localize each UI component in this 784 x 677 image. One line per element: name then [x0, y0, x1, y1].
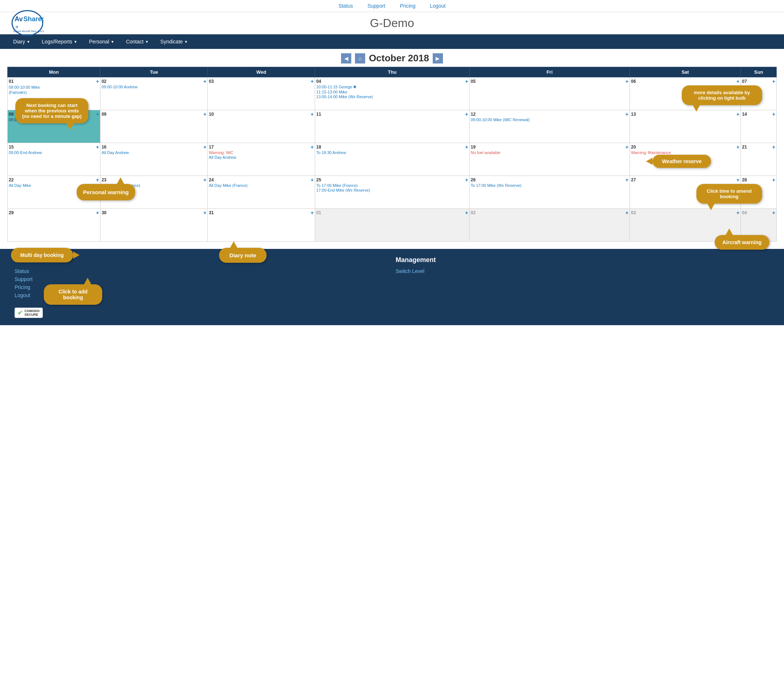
- comodo-text: COMODOSECURE: [25, 309, 40, 317]
- nav-pricing[interactable]: Pricing: [400, 3, 415, 9]
- day-nov-02: 02 +: [469, 209, 630, 242]
- warning-entry: Warning: IMC: [209, 151, 314, 155]
- nav-personal[interactable]: Personal ▼: [83, 34, 120, 49]
- footer-status-link[interactable]: Status: [15, 268, 389, 274]
- add-booking-btn[interactable]: +: [311, 210, 314, 216]
- booking-entry[interactable]: 09:00-10:00 Mike(Fairoaks): [9, 85, 99, 95]
- day-number: 02: [101, 79, 106, 84]
- svg-text:✈: ✈: [16, 25, 19, 29]
- nav-status[interactable]: Status: [339, 3, 353, 9]
- day-13: 13 +: [630, 110, 740, 143]
- booking-entry[interactable]: 13:00-14:00 Mike (Wx Reserve): [316, 95, 468, 99]
- logs-arrow: ▼: [74, 40, 78, 44]
- tooltip-booking-start: Next booking can start when the previous…: [16, 98, 89, 123]
- add-booking-btn[interactable]: +: [96, 177, 99, 183]
- add-booking-btn[interactable]: +: [737, 111, 739, 117]
- add-booking-btn[interactable]: +: [96, 210, 99, 216]
- add-booking-btn[interactable]: +: [96, 111, 99, 117]
- home-button[interactable]: ⌂: [355, 53, 365, 64]
- add-booking-btn[interactable]: +: [465, 78, 468, 84]
- site-title: G-Demo: [370, 16, 414, 30]
- add-booking-btn[interactable]: +: [625, 144, 628, 150]
- add-booking-btn[interactable]: +: [625, 210, 628, 216]
- top-navigation: Status Support Pricing Logout: [0, 0, 784, 12]
- add-booking-btn[interactable]: +: [625, 78, 628, 84]
- day-number: 18: [316, 144, 321, 150]
- day-number: 08: [9, 112, 14, 117]
- add-booking-btn[interactable]: +: [465, 210, 468, 216]
- booking-entry[interactable]: To 17:00 Mike (France): [316, 183, 468, 188]
- logo-svg: Av Shared ✈ Shared Aircraft Diary And Mo…: [11, 9, 44, 37]
- svg-text:Shared: Shared: [23, 16, 44, 23]
- comodo-icon: ✔: [17, 309, 23, 317]
- add-booking-btn[interactable]: +: [204, 177, 206, 183]
- booking-entry[interactable]: 09:00-10:00 Andrew: [101, 85, 206, 89]
- add-booking-btn[interactable]: +: [625, 177, 628, 183]
- day-number: 25: [316, 177, 321, 182]
- footer-switch-level-link[interactable]: Switch Level: [396, 268, 770, 274]
- day-number: 23: [101, 177, 106, 182]
- add-booking-btn[interactable]: +: [772, 144, 775, 150]
- add-booking-btn[interactable]: +: [311, 78, 314, 84]
- day-number: 21: [742, 144, 747, 150]
- tooltip-aircraft-warning: Aircraft warning: [715, 235, 769, 250]
- calendar-header: ◀ ⌂ October 2018 ▶: [7, 49, 777, 67]
- nav-logout[interactable]: Logout: [430, 3, 445, 9]
- calendar-week-2: 08 + 09:00-10:00 Mike 09 + 10 +: [8, 110, 777, 143]
- nav-contact[interactable]: Contact ▼: [120, 34, 154, 49]
- prev-month-button[interactable]: ◀: [341, 53, 351, 64]
- booking-entry[interactable]: 09:00-10:00 Mike (IMC Renewal): [471, 118, 628, 122]
- nav-support[interactable]: Support: [367, 3, 385, 9]
- add-booking-btn[interactable]: +: [772, 111, 775, 117]
- page-header: Av Shared ✈ Shared Aircraft Diary And Mo…: [0, 12, 784, 34]
- booking-entry[interactable]: 11:15-13:00 Mike: [316, 90, 468, 94]
- add-booking-btn[interactable]: +: [204, 78, 206, 84]
- add-booking-btn[interactable]: +: [96, 144, 99, 150]
- add-booking-btn[interactable]: +: [737, 144, 739, 150]
- day-number: 02: [471, 210, 476, 215]
- day-number: 19: [471, 144, 476, 150]
- logo-area: Av Shared ✈ Shared Aircraft Diary And Mo…: [11, 9, 44, 37]
- day-03: 03 +: [208, 78, 315, 110]
- day-number: 11: [316, 112, 321, 117]
- svg-text:Shared Aircraft Diary And More: Shared Aircraft Diary And More: [13, 30, 44, 33]
- booking-entry[interactable]: 10:00-11:15 George ✱: [316, 85, 468, 89]
- contact-arrow: ▼: [145, 40, 149, 44]
- add-booking-btn[interactable]: +: [737, 177, 739, 183]
- day-nov-01: 01 +: [315, 209, 469, 242]
- add-booking-btn[interactable]: +: [625, 111, 628, 117]
- add-booking-btn[interactable]: +: [465, 177, 468, 183]
- footer-support-link[interactable]: Support: [15, 276, 389, 282]
- add-booking-btn[interactable]: +: [204, 144, 206, 150]
- page-footer: Information Status Support Pricing Logou…: [0, 249, 784, 325]
- booking-entry[interactable]: 09:00-End Andrew: [9, 151, 99, 155]
- nav-syndicate[interactable]: Syndicate ▼: [154, 34, 193, 49]
- day-04: 04 + 10:00-11:15 George ✱ 11:15-13:00 Mi…: [315, 78, 469, 110]
- add-booking-btn[interactable]: +: [96, 78, 99, 84]
- add-booking-btn[interactable]: +: [204, 210, 206, 216]
- add-booking-btn[interactable]: +: [772, 78, 775, 84]
- day-11: 11 +: [315, 110, 469, 143]
- add-booking-btn[interactable]: +: [204, 111, 206, 117]
- booking-entry[interactable]: All Day Mike (France): [209, 183, 314, 188]
- booking-entry[interactable]: All Day Andrew: [101, 151, 206, 155]
- add-booking-btn[interactable]: +: [311, 144, 314, 150]
- add-booking-btn[interactable]: +: [737, 78, 739, 84]
- day-number: 09: [101, 112, 106, 117]
- add-booking-btn[interactable]: +: [465, 111, 468, 117]
- add-booking-btn[interactable]: +: [772, 177, 775, 183]
- booking-entry[interactable]: All Day Andrew: [209, 155, 314, 160]
- add-booking-btn[interactable]: +: [311, 177, 314, 183]
- add-booking-btn[interactable]: +: [311, 111, 314, 117]
- day-17: 17 + Warning: IMC All Day Andrew: [208, 143, 315, 176]
- day-19: 19 + No fuel available: [469, 143, 630, 176]
- booking-entry[interactable]: To 17:00 Mike (Wx Reserve): [471, 183, 628, 188]
- col-sun: Sun: [741, 67, 777, 78]
- next-month-button[interactable]: ▶: [433, 53, 443, 64]
- day-number: 12: [471, 112, 476, 117]
- add-booking-btn[interactable]: +: [772, 210, 775, 216]
- booking-entry[interactable]: 17:00-End Mike (Wx Reserve): [316, 188, 468, 193]
- add-booking-btn[interactable]: +: [737, 210, 739, 216]
- add-booking-btn[interactable]: +: [465, 144, 468, 150]
- booking-entry[interactable]: To 18:30 Andrew: [316, 151, 468, 155]
